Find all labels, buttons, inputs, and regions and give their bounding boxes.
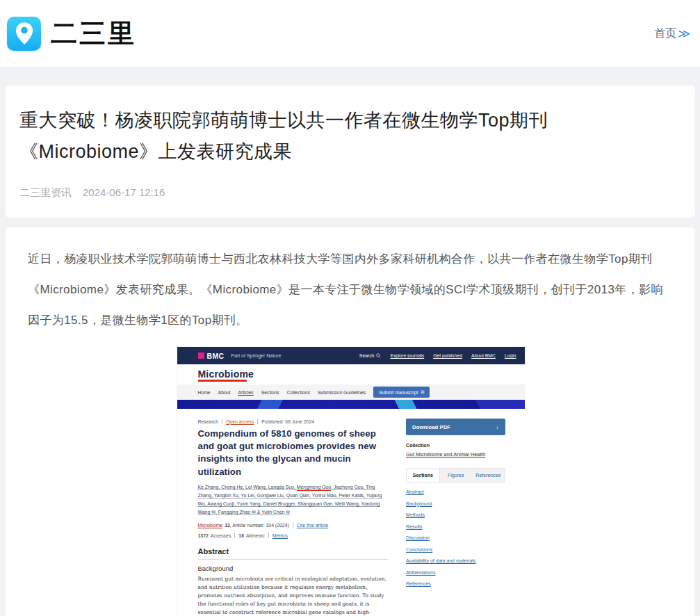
divider xyxy=(198,559,389,560)
journal-screenshot-image[interactable]: BMC Part of Springer Nature Search Explo… xyxy=(177,347,525,616)
journal-nav-sections: Sections xyxy=(261,390,279,395)
bmc-topbar-links: Search Explore journals Get published Ab… xyxy=(359,353,516,358)
journal-name: Microbiome xyxy=(198,368,254,380)
page-title: 重大突破！杨凌职院郭萌萌博士以共一作者在微生物学Top期刊《Microbiome… xyxy=(19,105,679,168)
site-logo-text: 二三里 xyxy=(51,16,136,51)
download-icon: ↓ xyxy=(496,424,499,430)
sidebar-link-results: Results xyxy=(406,524,505,529)
divider xyxy=(293,522,293,528)
accesses-label: Accesses xyxy=(211,533,231,538)
byline: 二三里资讯 2024-06-17 12:16 xyxy=(19,186,679,200)
metrics-line: 1372 Accesses 16 Altmetric Metrics xyxy=(198,533,389,538)
journal-nav-about: About xyxy=(218,390,231,395)
bmc-search: Search xyxy=(359,353,382,358)
sidebar-link-abbreviations: Abbreviations xyxy=(406,570,505,575)
site-header: 二三里 首页 ≫ xyxy=(0,0,700,67)
divider xyxy=(257,419,258,424)
sidebar-link-references: References xyxy=(406,581,505,586)
sidebar-link-discussion: Discussion xyxy=(406,535,505,540)
divider xyxy=(234,533,235,538)
tab-figures: Figures xyxy=(440,469,472,482)
journal-article-area: Research Open access Published: 06 June … xyxy=(177,409,525,616)
divider xyxy=(268,533,269,538)
bmc-search-label: Search xyxy=(359,353,375,358)
highlighted-author: Mengmeng Guo xyxy=(297,485,331,491)
background-heading: Background xyxy=(198,565,389,572)
sidebar-tabs: Sections Figures References xyxy=(406,468,505,483)
article-number: , Article number: 104 (2024) xyxy=(230,523,289,528)
paper-type: Research xyxy=(198,419,219,424)
journal-title-strip: Microbiome xyxy=(177,364,525,384)
bmc-link-explore-journals: Explore journals xyxy=(390,353,424,358)
paper-title: Compendium of 5810 genomes of sheep and … xyxy=(198,428,389,478)
home-link[interactable]: 首页 ≫ xyxy=(654,26,690,41)
site-logo[interactable]: 二三里 xyxy=(7,16,136,51)
journal-banner-graphic xyxy=(177,400,525,409)
open-access-link: Open access xyxy=(226,419,254,424)
volume-number: 12 xyxy=(225,523,230,528)
download-pdf-label: Download PDF xyxy=(412,424,450,430)
journal-sidebar: Download PDF ↓ Collection Gut Microbiome… xyxy=(406,419,505,616)
sidebar-link-methods: Methods xyxy=(406,512,505,517)
red-annotation-underline xyxy=(198,380,247,382)
chevron-right-icon: ≫ xyxy=(678,26,690,41)
collection-link: Gut Microbiome and Animal Health xyxy=(406,451,505,457)
bmc-link-about-bmc: About BMC xyxy=(471,353,496,358)
bmc-topbar: BMC Part of Springer Nature Search Explo… xyxy=(177,347,525,364)
collection-label: Collection xyxy=(406,443,505,448)
download-pdf-button: Download PDF ↓ xyxy=(406,419,505,435)
sidebar-link-abstract: Abstract xyxy=(406,489,505,494)
altmetric-count: 16 xyxy=(238,533,244,538)
location-pin-icon xyxy=(7,17,41,51)
article-body-card: 近日，杨凌职业技术学院郭萌萌博士与西北农林科技大学等国内外多家科研机构合作，以共… xyxy=(6,227,694,616)
accesses-count: 1372 xyxy=(198,533,209,538)
journal-link: Microbiome xyxy=(198,523,223,528)
search-icon xyxy=(376,353,381,358)
paper-authors: Ke Zhang, Chong He, Lei Wang, Langda Suo… xyxy=(198,483,389,517)
sidebar-link-availability: Availability of data and materials xyxy=(406,558,505,563)
journal-nav: Home About Articles Sections Collections… xyxy=(177,384,525,400)
sidebar-section-links: Abstract Background Methods Results Disc… xyxy=(406,489,505,586)
sidebar-link-conclusions: Conclusions xyxy=(406,547,505,552)
submit-manuscript-label: Submit manuscript xyxy=(379,390,418,395)
article-source: 二三里资讯 xyxy=(19,186,72,200)
cite-this-article-link: Cite this article xyxy=(297,523,328,528)
paper-published-date: Published: 06 June 2024 xyxy=(261,419,314,424)
paper-meta: Research Open access Published: 06 June … xyxy=(198,419,389,424)
bmc-tagline: Part of Springer Nature xyxy=(231,353,281,358)
bmc-logo-icon xyxy=(198,352,204,359)
external-link-icon: ⧉ xyxy=(421,389,424,395)
home-link-label: 首页 xyxy=(654,26,676,41)
submit-manuscript-button: Submit manuscript ⧉ xyxy=(373,387,430,398)
sidebar-link-background: Background xyxy=(406,501,505,506)
tab-references: References xyxy=(472,469,504,482)
abstract-text: Ruminant gut microbiota are critical in … xyxy=(198,575,389,616)
article-paragraph-1: 近日，杨凌职业技术学院郭萌萌博士与西北农林科技大学等国内外多家科研机构合作，以共… xyxy=(28,244,674,336)
journal-nav-home: Home xyxy=(198,390,211,395)
bmc-logo: BMC Part of Springer Nature xyxy=(198,352,282,360)
metrics-link: Metrics xyxy=(272,533,288,538)
article-date: 2024-06-17 12:16 xyxy=(83,186,165,200)
bmc-logo-text: BMC xyxy=(207,352,225,360)
journal-nav-articles: Articles xyxy=(238,390,253,395)
title-card: 重大突破！杨凌职院郭萌萌博士以共一作者在微生物学Top期刊《Microbiome… xyxy=(6,86,694,218)
authors-segment: Ke Zhang, Chong He, Lei Wang, Langda Suo… xyxy=(198,485,297,489)
tab-sections: Sections xyxy=(407,469,439,482)
divider xyxy=(222,419,222,424)
journal-article-main: Research Open access Published: 06 June … xyxy=(198,419,389,616)
journal-nav-collections: Collections xyxy=(287,390,310,395)
altmetric-label: Altmetric xyxy=(246,533,265,538)
bmc-link-get-published: Get published xyxy=(433,353,462,358)
journal-nav-submission-guidelines: Submission Guidelines xyxy=(318,390,366,395)
bmc-link-login: Login xyxy=(505,353,516,358)
abstract-heading: Abstract xyxy=(198,547,389,556)
citation-line: Microbiome 12 , Article number: 104 (202… xyxy=(198,522,389,528)
